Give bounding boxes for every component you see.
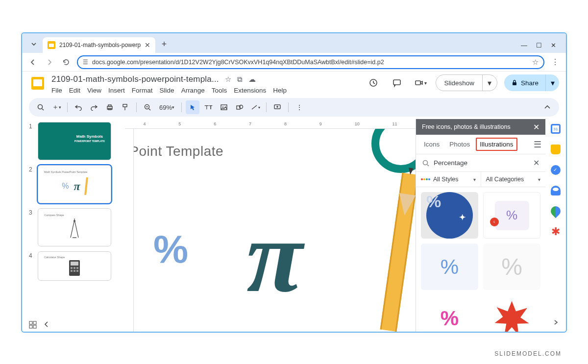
tasks-icon[interactable]: ✓ [551, 165, 561, 175]
redo-icon[interactable] [87, 100, 101, 114]
more-tools-icon[interactable]: ⋮ [293, 100, 306, 114]
result-item[interactable]: % [483, 243, 540, 290]
clear-search-icon[interactable]: ✕ [533, 158, 539, 168]
maps-icon[interactable] [549, 204, 563, 218]
undo-icon[interactable] [72, 100, 85, 114]
toolbar: ＋▾ 69% ▾ ⊤T ▾ ⋮ [29, 98, 559, 117]
forward-button[interactable] [44, 56, 55, 68]
addon-icon[interactable]: ✱ [551, 227, 561, 237]
hide-menus-icon[interactable] [540, 100, 554, 114]
slide-canvas[interactable]: ls PowerPoint Template π % [134, 129, 416, 332]
doc-title[interactable]: 2109-01-math-symbols-powerpoint-templa..… [51, 74, 219, 84]
calendar-icon[interactable]: 31 [551, 124, 561, 134]
menu-view[interactable]: View [87, 87, 101, 94]
browser-menu-icon[interactable]: ⋮ [549, 56, 561, 68]
comment-add-icon[interactable] [270, 100, 284, 114]
zoom-level[interactable]: 69% ▾ [156, 100, 177, 114]
grid-view-icon[interactable] [29, 321, 37, 329]
panel-menu-icon[interactable]: ☰ [534, 139, 541, 150]
share-dropdown[interactable]: ▾ [545, 74, 559, 91]
textbox-icon[interactable]: ⊤T [201, 100, 215, 114]
result-item[interactable]: % [421, 243, 478, 290]
slide-thumb-3[interactable]: Compass Shape [38, 208, 111, 246]
tab-illustrations[interactable]: Illustrations [476, 138, 517, 151]
reload-button[interactable] [60, 56, 72, 68]
print-icon[interactable] [103, 100, 117, 114]
svg-rect-8 [123, 104, 127, 107]
menu-help[interactable]: Help [273, 87, 287, 94]
menu-file[interactable]: File [51, 87, 62, 94]
back-button[interactable] [27, 56, 39, 68]
share-button[interactable]: Share [504, 74, 545, 91]
percent-symbol: % [153, 227, 188, 272]
panel-search-input[interactable] [434, 159, 529, 167]
search-menus-icon[interactable] [34, 100, 48, 114]
svg-point-28 [423, 160, 428, 165]
move-doc-icon[interactable]: ⧉ [237, 75, 243, 84]
menu-tools[interactable]: Tools [212, 87, 227, 94]
menu-edit[interactable]: Edit [69, 87, 80, 94]
panel-header: Free icons, photos & illustrations ✕ [416, 119, 545, 135]
new-tab-button[interactable]: + [157, 37, 171, 51]
svg-rect-26 [29, 325, 32, 328]
close-window-icon[interactable]: ✕ [551, 42, 556, 49]
slide-thumb-4[interactable]: Calculator Shape [38, 251, 111, 281]
svg-rect-19 [74, 267, 75, 269]
keep-icon[interactable] [551, 145, 561, 154]
url-field[interactable]: ☰ docs.google.com/presentation/d/1D12V2W… [77, 55, 544, 69]
svg-rect-23 [76, 270, 78, 272]
addon-panel: Free icons, photos & illustrations ✕ Ico… [416, 119, 545, 332]
comments-icon[interactable] [389, 74, 405, 91]
browser-tab[interactable]: 2109-01-math-symbols-powerp ✕ [43, 37, 155, 53]
meet-icon[interactable]: ▾ [412, 74, 429, 91]
bookmark-star-icon[interactable]: ☆ [532, 58, 539, 67]
search-icon [422, 159, 430, 167]
cloud-status-icon[interactable]: ☁ [248, 75, 256, 84]
tab-search-caret[interactable] [27, 37, 41, 51]
menu-arrange[interactable]: Arrange [181, 87, 205, 94]
slideshow-dropdown[interactable]: ▾ [482, 75, 497, 91]
address-bar: ☰ docs.google.com/presentation/d/1D12V2W… [22, 53, 566, 72]
show-side-panel-icon[interactable] [552, 319, 559, 326]
slideshow-button[interactable]: Slideshow [436, 79, 482, 87]
panel-close-icon[interactable]: ✕ [533, 122, 539, 132]
menu-format[interactable]: Format [132, 87, 153, 94]
slide-thumb-2[interactable]: Math Symbols PowerPoint Template % π [38, 165, 111, 203]
decorative-leaf [371, 129, 416, 173]
select-tool-icon[interactable] [186, 100, 199, 114]
thumb-number: 4 [29, 251, 34, 281]
tab-icons[interactable]: Icons [420, 138, 443, 151]
shape-icon[interactable] [233, 100, 246, 114]
slides-logo-icon[interactable] [29, 74, 47, 92]
filter-categories[interactable]: All Categories▾ [481, 172, 546, 187]
result-item[interactable]: %✦ [421, 192, 478, 239]
tab-strip: 2109-01-math-symbols-powerp ✕ + — ☐ ✕ [22, 33, 566, 53]
zoom-out-icon[interactable] [141, 100, 154, 114]
paint-format-icon[interactable] [119, 100, 132, 114]
tab-photos[interactable]: Photos [445, 138, 474, 151]
image-icon[interactable] [217, 100, 231, 114]
history-icon[interactable] [365, 74, 382, 91]
result-item[interactable]: %‹ [483, 192, 540, 239]
star-doc-icon[interactable]: ☆ [225, 75, 231, 84]
panel-filters: All Styles▾ All Categories▾ [416, 172, 545, 187]
result-item[interactable]: % [421, 295, 478, 332]
maximize-icon[interactable]: ☐ [536, 42, 542, 49]
site-info-icon[interactable]: ☰ [83, 59, 88, 66]
filmstrip-nav-icon[interactable] [44, 321, 49, 329]
menu-slide[interactable]: Slide [160, 87, 174, 94]
result-item[interactable] [483, 295, 540, 332]
close-tab-icon[interactable]: ✕ [145, 41, 150, 49]
lock-icon [511, 79, 518, 86]
filter-styles[interactable]: All Styles▾ [416, 172, 481, 187]
menu-extensions[interactable]: Extensions [234, 87, 266, 94]
svg-point-11 [222, 106, 223, 107]
line-icon[interactable]: ▾ [248, 100, 262, 114]
menu-insert[interactable]: Insert [108, 87, 125, 94]
contacts-icon[interactable] [551, 186, 561, 195]
menu-bar: File Edit View Insert Format Slide Arran… [51, 87, 287, 94]
svg-rect-3 [513, 82, 516, 85]
minimize-icon[interactable]: — [521, 42, 527, 49]
slide-thumb-1[interactable]: Math SymbolsPOWERPOINT TEMPLATE [38, 122, 111, 160]
new-slide-button[interactable]: ＋▾ [49, 100, 63, 114]
